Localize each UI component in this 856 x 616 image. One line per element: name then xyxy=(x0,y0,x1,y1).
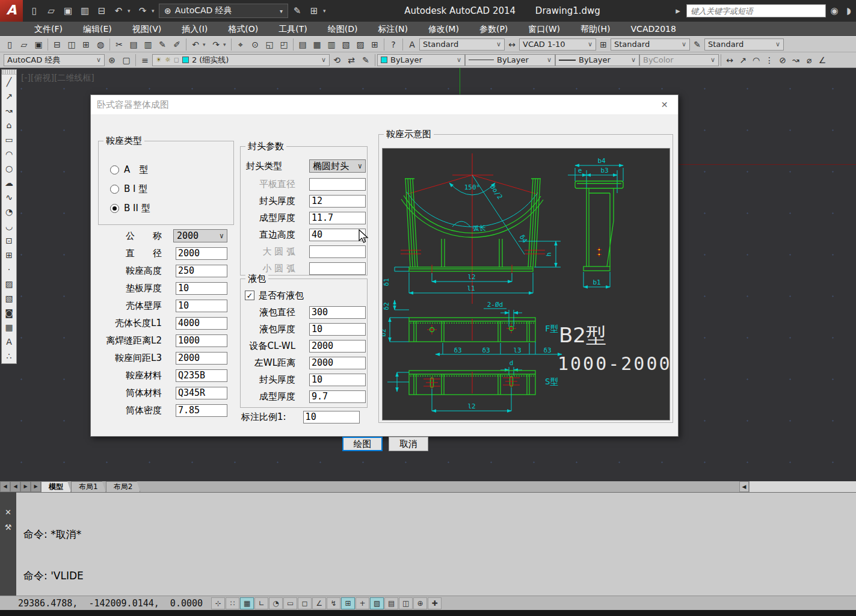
menu-draw[interactable]: 绘图(D) xyxy=(318,22,368,36)
dim-diameter-icon[interactable]: ⌀ xyxy=(802,54,816,67)
menu-parametric[interactable]: 参数(P) xyxy=(469,22,518,36)
tab-prev-icon[interactable]: ◀ xyxy=(10,481,20,492)
matchprop2-icon[interactable]: ✐ xyxy=(170,38,184,51)
nominal-select[interactable]: 2000 ∨ xyxy=(173,229,227,242)
viewport-controls-label[interactable]: [-][俯视][二维线框] xyxy=(21,73,94,84)
liquid-thickness-input[interactable] xyxy=(309,323,366,336)
menu-edit[interactable]: 编辑(E) xyxy=(73,22,122,36)
region-tool-icon[interactable]: ◙ xyxy=(2,306,16,320)
h-scrollbar-track[interactable] xyxy=(140,481,739,492)
layer-lock-icon[interactable]: ◻ xyxy=(174,56,179,64)
qsave-icon[interactable]: ▣ xyxy=(60,3,76,19)
3d-osnap-toggle[interactable]: ◻ xyxy=(298,597,312,609)
zoom-window-icon[interactable]: ◱ xyxy=(262,38,277,51)
matchprop-icon[interactable]: ✎ xyxy=(155,38,170,51)
menu-tools[interactable]: 工具(T) xyxy=(268,22,317,36)
undo2-dropdown-icon[interactable]: ▾ xyxy=(203,42,209,48)
layer-select[interactable]: ☀ ☼ ◻ 2 (细实线) ∨ xyxy=(152,54,330,66)
cancel-button[interactable]: 取消 xyxy=(389,437,428,451)
formed-thickness2-input[interactable] xyxy=(309,390,366,403)
radio-type-b2[interactable]: B II 型 xyxy=(110,203,150,213)
head-thickness2-input[interactable] xyxy=(309,374,366,386)
clean-screen-toggle[interactable]: ✚ xyxy=(428,597,442,609)
layer-previous-icon[interactable]: ⇄ xyxy=(344,54,359,67)
device-cl-wl-input[interactable] xyxy=(309,340,366,353)
dim-jogged-icon[interactable]: ↝ xyxy=(789,54,802,67)
workspace-frame-icon[interactable]: ▢ xyxy=(119,54,134,67)
dim-style-select[interactable]: VCAD 1-10 ∨ xyxy=(519,38,596,51)
redo2-dropdown-icon[interactable]: ▾ xyxy=(223,42,229,48)
dialog-close-icon[interactable]: ✕ xyxy=(651,95,678,114)
head-type-select[interactable]: 椭圆封头 ∨ xyxy=(309,159,366,173)
big-arc-input[interactable] xyxy=(309,245,366,258)
liquid-checkbox[interactable]: ✓ xyxy=(245,291,254,300)
menu-view[interactable]: 视图(V) xyxy=(122,22,172,36)
dim-angular-icon[interactable]: ∠ xyxy=(816,54,829,67)
tab-last-icon[interactable]: ▶ xyxy=(31,481,41,492)
redo2-icon[interactable]: ↷ xyxy=(209,38,223,51)
tab-layout1[interactable]: 布局1 xyxy=(71,481,106,492)
ellipse-tool-icon[interactable]: ◔ xyxy=(2,205,16,219)
markup-icon[interactable]: ▨ xyxy=(353,38,368,51)
small-arc-input[interactable] xyxy=(309,262,366,275)
angle-toggle[interactable]: ∠ xyxy=(312,597,326,609)
saddle-spacing-l3-input[interactable] xyxy=(176,352,227,365)
plot-preview-icon[interactable]: ◫ xyxy=(64,38,79,51)
radio-type-a[interactable]: A 型 xyxy=(110,165,148,174)
gradient-tool-icon[interactable]: ▧ xyxy=(2,291,16,306)
menu-insert[interactable]: 插入(I) xyxy=(171,22,218,36)
plot-pen-icon[interactable]: ✎ xyxy=(289,3,305,19)
grid-dots-toggle[interactable]: ∷ xyxy=(226,597,239,609)
circle-tool-icon[interactable]: ○ xyxy=(2,161,16,176)
left-wl-distance-input[interactable] xyxy=(309,357,366,369)
flat-diameter-input[interactable] xyxy=(309,178,366,191)
menu-modify[interactable]: 修改(M) xyxy=(418,22,469,36)
point-tool-icon[interactable]: · xyxy=(2,262,16,277)
paste-icon[interactable]: ▥ xyxy=(141,38,155,51)
h-scrollbar-right[interactable] xyxy=(749,481,856,492)
quick-properties-toggle[interactable]: ▤ xyxy=(384,597,398,609)
layer-on-icon[interactable]: ☀ xyxy=(156,56,162,64)
lineweight-select[interactable]: ByLayer ∨ xyxy=(555,54,639,66)
shell-length-l1-input[interactable] xyxy=(176,317,227,330)
command-close-icon[interactable]: ✕ xyxy=(5,508,11,517)
liquid-diameter-input[interactable] xyxy=(309,306,366,319)
rectangle-tool-icon[interactable]: ▭ xyxy=(2,132,16,147)
undo-icon[interactable]: ↶ xyxy=(111,3,126,19)
autocad-logo-icon[interactable]: A xyxy=(0,0,23,22)
selection-cycling-toggle[interactable]: ◫ xyxy=(399,597,413,609)
linetype-select[interactable]: ByLayer ∨ xyxy=(465,54,555,66)
xline-tool-icon[interactable]: ↗ xyxy=(2,89,16,103)
snap-toggle[interactable]: ⊹ xyxy=(211,597,225,609)
dim-scale-input[interactable] xyxy=(303,411,360,424)
toolpalettes-icon[interactable]: ▥ xyxy=(324,38,339,51)
pad-thickness-input[interactable] xyxy=(176,282,227,295)
mtext-tool-icon[interactable]: A xyxy=(2,334,16,349)
save-icon[interactable]: ▣ xyxy=(31,38,46,51)
binoculars-icon[interactable]: ◉ xyxy=(828,5,840,16)
qat-more-icon[interactable]: ▾ xyxy=(323,8,329,14)
3ddwf-icon[interactable]: ◍ xyxy=(93,38,108,51)
publish-icon[interactable]: ⊞ xyxy=(79,38,93,51)
dim-radius-icon[interactable]: ⊘ xyxy=(776,54,789,67)
command-wrench-icon[interactable]: ⚒ xyxy=(5,523,12,532)
dim-arclength-icon[interactable]: ◠ xyxy=(750,54,763,67)
qnew-icon[interactable]: ▯ xyxy=(26,3,42,19)
table-style-select[interactable]: Standard ∨ xyxy=(611,38,690,51)
tab-first-icon[interactable]: ◀ xyxy=(0,481,10,492)
straight-edge-height-input[interactable] xyxy=(309,229,366,241)
grid-toggle[interactable]: ▦ xyxy=(240,597,254,609)
undo2-icon[interactable]: ↶ xyxy=(188,38,203,51)
qsaveas-icon[interactable]: ▥ xyxy=(77,3,93,19)
head-thickness-input[interactable] xyxy=(309,195,366,208)
ellipse-arc-tool-icon[interactable]: ◡ xyxy=(2,219,16,233)
insert-block-tool-icon[interactable]: ⊡ xyxy=(2,233,16,248)
shell-thickness-input[interactable] xyxy=(176,300,227,312)
search-input[interactable] xyxy=(686,4,826,17)
zoom-realtime-icon[interactable]: ⊙ xyxy=(248,38,262,51)
dynamic-ucs-toggle[interactable]: ↯ xyxy=(327,597,340,609)
revcloud-tool-icon[interactable]: ☁ xyxy=(2,176,16,190)
arc-tool-icon[interactable]: ◠ xyxy=(2,147,16,161)
hatch-tool-icon[interactable]: ▨ xyxy=(2,277,16,291)
redo-icon[interactable]: ↷ xyxy=(135,3,150,19)
